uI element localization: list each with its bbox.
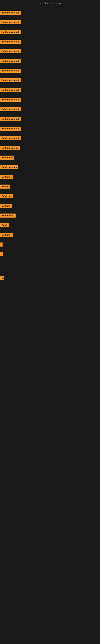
list-item[interactable]: Bottleneck result <box>0 124 100 134</box>
list-item[interactable]: Bottleneck res <box>0 163 100 172</box>
bottleneck-badge[interactable]: Bottleneck result <box>0 40 21 44</box>
list-item[interactable]: Bottleneck result <box>0 37 100 47</box>
list-item[interactable]: Bottlenec <box>0 192 100 202</box>
site-header: TheBottlenecker.com <box>0 0 100 7</box>
items-container: Bottleneck resultBottleneck resultBottle… <box>0 7 100 298</box>
bottleneck-badge[interactable]: Bo <box>0 276 4 280</box>
bottleneck-badge[interactable]: Bottleneck result <box>0 126 21 130</box>
bottleneck-badge[interactable]: Bottleneck result <box>0 136 21 140</box>
list-item[interactable]: Bottleneck result <box>0 56 100 66</box>
bottleneck-badge[interactable]: Bottleneck resu <box>0 146 20 150</box>
bottleneck-badge[interactable]: Bottlenec <box>0 194 13 198</box>
list-item[interactable]: Bottleneck result <box>0 8 100 18</box>
list-item[interactable]: Bottleneck resu <box>0 144 100 153</box>
bottleneck-badge[interactable]: Bottleneck res <box>0 165 18 169</box>
bottleneck-badge[interactable]: Bottleneck result <box>0 117 21 121</box>
bottleneck-badge[interactable]: Bottleneck result <box>0 59 21 63</box>
bottleneck-badge[interactable]: B <box>0 242 3 246</box>
list-item[interactable] <box>0 283 100 288</box>
list-item[interactable]: Bottleneck result <box>0 86 100 95</box>
list-item[interactable]: Bottlenec <box>0 230 100 240</box>
bottleneck-badge[interactable]: Bottleneck result <box>0 69 21 73</box>
list-item[interactable]: Bottleneck result <box>0 105 100 114</box>
list-item[interactable]: Bottleneck result <box>0 47 100 56</box>
bottleneck-badge[interactable]: Bottleneck result <box>0 20 21 24</box>
bottleneck-badge[interactable]: Bottleneck <box>0 156 14 160</box>
bottleneck-badge[interactable]: Bottleneck result <box>0 78 21 82</box>
list-item[interactable] <box>0 259 100 264</box>
bottleneck-badge[interactable]: Bottleneck r <box>0 214 16 218</box>
bottleneck-badge <box>0 252 3 256</box>
list-item[interactable]: Bottleneck result <box>0 134 100 144</box>
bottleneck-badge[interactable]: Bottleneck result <box>0 107 21 111</box>
list-item[interactable]: Bottleneck result <box>0 114 100 124</box>
list-item[interactable]: Bottleneck result <box>0 28 100 37</box>
bottleneck-badge[interactable]: Bottleneck result <box>0 98 21 102</box>
list-item[interactable]: Bottle <box>0 221 100 230</box>
bottleneck-badge[interactable]: Bottleneck result <box>0 49 21 53</box>
bottleneck-badge[interactable]: Bottleneck result <box>0 30 21 34</box>
list-item[interactable]: Bottleneck r <box>0 211 100 221</box>
bottleneck-badge[interactable]: Bottler <box>0 184 10 188</box>
list-item[interactable]: B <box>0 240 100 250</box>
bottleneck-badge[interactable]: Bottleneck result <box>0 88 21 92</box>
list-item[interactable]: Bottleneck result <box>0 76 100 86</box>
bottleneck-badge[interactable]: Bottlenec <box>0 175 13 179</box>
list-item[interactable]: Bottleneck result <box>0 18 100 28</box>
site-title: TheBottlenecker.com <box>37 2 63 5</box>
list-item[interactable] <box>0 264 100 269</box>
list-item[interactable]: Bottleneck result <box>0 95 100 105</box>
list-item[interactable] <box>0 269 100 274</box>
list-item[interactable] <box>0 250 100 259</box>
list-item[interactable]: Bo <box>0 274 100 283</box>
list-item[interactable] <box>0 288 100 293</box>
list-item[interactable]: Bottler <box>0 182 100 192</box>
list-item[interactable]: Bottleneck <box>0 153 100 163</box>
bottleneck-badge[interactable]: Bottle <box>0 223 9 227</box>
list-item[interactable] <box>0 293 100 298</box>
list-item[interactable]: Bottlenec <box>0 172 100 182</box>
bottleneck-badge[interactable]: Bottlene <box>0 204 12 208</box>
bottleneck-badge[interactable]: Bottleneck result <box>0 11 21 15</box>
list-item[interactable]: Bottleneck result <box>0 66 100 76</box>
bottleneck-badge[interactable]: Bottlenec <box>0 233 13 237</box>
list-item[interactable]: Bottlene <box>0 202 100 211</box>
